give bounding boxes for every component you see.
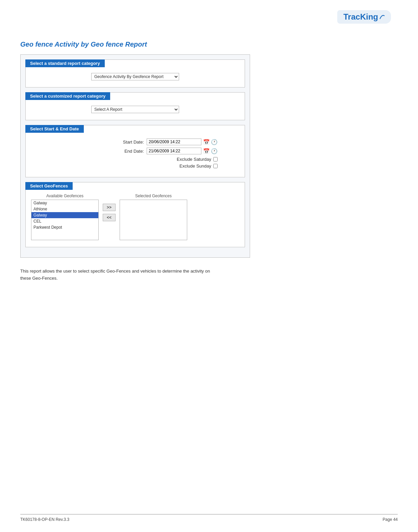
customized-report-section: Select a customized report category Sele… [25,92,245,120]
header: TracKing [20,7,398,27]
clock-icon-start[interactable]: 🕐 [211,139,218,145]
start-date-label: Start Date: [117,140,144,145]
start-date-input[interactable] [147,138,201,145]
move-right-button[interactable]: >> [103,204,116,211]
selected-geofences-col: Selected Geofences [120,194,187,240]
date-fields: Start Date: 📅 🕐 End Date: 📅 🕐 Ex [32,136,238,170]
geofence-section: Select GeoFences Available Geofences Gal… [25,182,245,247]
page-title: Geo fence Activity by Geo fence Report [20,41,398,48]
end-date-input[interactable] [147,148,201,154]
exclude-sunday-checkbox[interactable] [213,164,218,168]
form-container: Select a standard report category Geofen… [20,54,250,258]
description-text: This report allows the user to select sp… [20,268,257,282]
list-item[interactable]: Parkwest Depot [31,224,98,230]
geofence-arrows: >> << [99,194,120,221]
date-section: Select Start & End Date Start Date: 📅 🕐 … [25,125,245,177]
list-item[interactable]: Galway [31,200,98,206]
standard-report-content: Geofence Activity By Geofence Report [26,68,245,82]
list-item[interactable]: Athlone [31,206,98,212]
footer: TK60178-8-OP-EN Rev.3.3 Page 44 [20,514,398,522]
calendar-icon-end[interactable]: 📅 [203,148,210,154]
end-date-label: End Date: [117,149,144,154]
description-line2: these Geo-Fences. [20,276,58,281]
geofence-columns: Available Geofences Galway Athlone Galwa… [31,194,239,240]
standard-report-section: Select a standard report category Geofen… [25,59,245,87]
exclude-sunday-label: Exclude Sunday [179,163,211,169]
end-date-row: End Date: 📅 🕐 [32,148,238,154]
exclude-saturday-row: Exclude Saturday [32,157,238,162]
page-wrapper: TracKing Geo fence Activity by Geo fence… [0,0,418,532]
selected-geofences-label: Selected Geofences [120,194,187,198]
logo-text: TracKing [343,12,378,22]
clock-icon-end[interactable]: 🕐 [211,148,218,154]
customized-dropdown-row: Select A Report [91,106,179,113]
list-item[interactable]: Galway [31,212,98,218]
standard-report-title: Select a standard report category [25,59,105,67]
footer-left: TK60178-8-OP-EN Rev.3.3 [20,517,69,522]
exclude-saturday-label: Exclude Saturday [177,157,211,162]
customized-report-content: Select A Report [26,100,245,115]
exclude-sunday-row: Exclude Sunday [32,163,238,169]
date-section-content: Start Date: 📅 🕐 End Date: 📅 🕐 Ex [26,133,245,172]
exclude-saturday-checkbox[interactable] [213,157,218,161]
available-geofences-listbox[interactable]: Galway Athlone Galway CEL Parkwest Depot [31,200,99,240]
logo-curl-icon [379,14,385,20]
logo: TracKing [337,10,391,24]
footer-right: Page 44 [383,517,398,522]
customized-report-title: Select a customized report category [25,92,110,100]
list-item[interactable]: CEL [31,218,98,224]
customized-report-dropdown[interactable]: Select A Report [91,106,179,113]
description-line1: This report allows the user to select sp… [20,269,210,274]
calendar-icon-start[interactable]: 📅 [203,139,210,145]
geofence-section-title: Select GeoFences [25,182,73,190]
start-date-row: Start Date: 📅 🕐 [32,138,238,145]
standard-dropdown-row: Geofence Activity By Geofence Report [91,73,179,80]
date-section-title: Select Start & End Date [25,125,84,133]
available-geofences-label: Available Geofences [31,194,99,198]
move-left-button[interactable]: << [103,214,116,221]
available-geofences-col: Available Geofences Galway Athlone Galwa… [31,194,99,240]
standard-report-dropdown[interactable]: Geofence Activity By Geofence Report [91,73,179,80]
selected-geofences-listbox[interactable] [120,200,187,240]
geofence-section-content: Available Geofences Galway Athlone Galwa… [26,190,245,242]
